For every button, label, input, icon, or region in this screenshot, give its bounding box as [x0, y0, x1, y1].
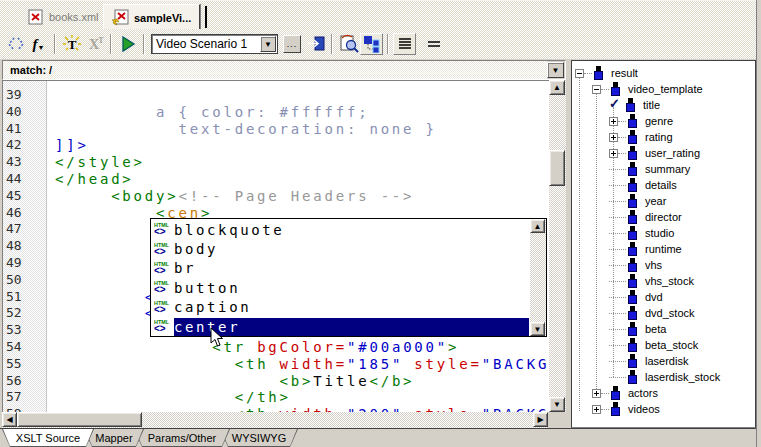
preview-icon[interactable] [337, 33, 360, 55]
element-node-icon [626, 242, 639, 257]
tree-node-rating[interactable]: rating [572, 129, 755, 145]
popup-scrollbar[interactable]: ▲ ▼ [530, 219, 546, 336]
scenario-more-button[interactable]: ... [283, 35, 301, 53]
tree-node-videos[interactable]: videos [572, 401, 755, 417]
tree-node-genre[interactable]: genre [572, 113, 755, 129]
element-node-icon [626, 370, 639, 385]
tree-node-studio[interactable]: studio [572, 225, 755, 241]
autocomplete-item-label: button [174, 279, 244, 297]
scenario-combo[interactable]: Video Scenario 1 ▼ [151, 34, 278, 54]
tree-node-director[interactable]: director [572, 209, 755, 225]
line-number: 44 [6, 171, 22, 188]
tree-node-label: studio [645, 227, 674, 239]
scenario-combo-arrow[interactable]: ▼ [260, 36, 276, 52]
code-token: </style> [55, 154, 145, 170]
schema-tree-panel[interactable]: resultvideo_template✓titlegenreratinguse… [571, 60, 756, 428]
tree-node-laserdisk_stock[interactable]: laserdisk_stock [572, 369, 755, 385]
view-tab-wysiwyg[interactable]: WYSIWYG [220, 429, 298, 447]
tab-label: WYSIWYG [221, 429, 297, 446]
code-token: text-decoration: none } [179, 121, 437, 137]
autocomplete-item-br[interactable]: HTML<>br [152, 259, 529, 278]
autocomplete-item-button[interactable]: HTML<>button [152, 278, 529, 297]
element-node-icon [626, 162, 639, 177]
window-edge [756, 0, 761, 447]
editor-horizontal-scrollbar[interactable]: ◀ ▶ [2, 412, 548, 428]
collapse-icon[interactable] [575, 69, 584, 78]
main-toolbar: f ▼ T X T Video Scenario 1 ▼ . [0, 29, 761, 59]
autocomplete-item-body[interactable]: HTML<>body [152, 239, 529, 258]
tree-connector [609, 233, 626, 234]
element-node-icon [624, 98, 637, 113]
tree-connector [609, 217, 626, 218]
scroll-thumb[interactable] [17, 412, 142, 427]
tree-node-result[interactable]: result [572, 65, 755, 81]
function-icon[interactable]: f ▼ [27, 33, 50, 55]
autocomplete-item-label: br [174, 259, 200, 277]
autocomplete-popup: HTML<>blockquoteHTML<>bodyHTML<>brHTML<>… [150, 218, 547, 337]
expand-icon[interactable] [609, 133, 618, 142]
run-icon[interactable] [116, 33, 139, 55]
match-combo[interactable]: match: / [3, 61, 547, 79]
tree-node-beta[interactable]: beta [572, 321, 755, 337]
view-tabbar: XSLT SourceMapperParams/OtherWYSIWYG [0, 428, 761, 447]
element-node-icon [626, 146, 639, 161]
scroll-down-button[interactable]: ▼ [530, 322, 545, 336]
align-lines-icon[interactable] [393, 33, 416, 55]
line-number: 50 [6, 272, 22, 289]
tree-node-year[interactable]: year [572, 193, 755, 209]
scroll-down-button[interactable]: ▼ [549, 397, 565, 412]
line-number: 53 [6, 322, 22, 339]
tree-node-summary[interactable]: summary [572, 161, 755, 177]
element-node-icon [609, 82, 622, 97]
expand-icon[interactable] [609, 149, 618, 158]
tree-node-label: rating [645, 131, 673, 143]
code-line: <tr bgColor="#00a000"> [55, 339, 459, 356]
tab-sample-video[interactable]: sampleVi... [103, 4, 200, 30]
view-tab-xslt-source[interactable]: XSLT Source [2, 429, 94, 447]
expand-icon[interactable] [609, 117, 618, 126]
element-node-icon [626, 130, 639, 145]
expand-icon[interactable] [592, 389, 601, 398]
scroll-thumb[interactable] [549, 150, 565, 186]
tree-node-vhs[interactable]: vhs [572, 257, 755, 273]
code-token: width= [280, 356, 347, 372]
autocomplete-item-blockquote[interactable]: HTML<>blockquote [152, 220, 529, 239]
tree-node-runtime[interactable]: runtime [572, 241, 755, 257]
open-output-icon[interactable] [304, 33, 327, 55]
tree-node-label: videos [628, 403, 660, 415]
tree-node-dvd_stock[interactable]: dvd_stock [572, 305, 755, 321]
tree-node-laserdisk[interactable]: laserdisk [572, 353, 755, 369]
tree-node-video_template[interactable]: video_template [572, 81, 755, 97]
whitespace-icon[interactable] [422, 33, 445, 55]
scroll-left-button[interactable]: ◀ [2, 412, 17, 427]
autocomplete-item-caption[interactable]: HTML<>caption [152, 298, 529, 317]
code-token: style= [414, 356, 481, 372]
tree-node-user_rating[interactable]: user_rating [572, 145, 755, 161]
text-highlight-icon[interactable]: T [60, 33, 83, 55]
scroll-up-button[interactable]: ▲ [549, 80, 565, 95]
tree-node-beta_stock[interactable]: beta_stock [572, 337, 755, 353]
scroll-up-button[interactable]: ▲ [530, 219, 545, 233]
tree-node-title[interactable]: ✓title [572, 97, 755, 113]
element-node-icon [609, 386, 622, 401]
tree-node-details[interactable]: details [572, 177, 755, 193]
expand-icon[interactable] [592, 405, 601, 414]
mapper-icon[interactable] [360, 33, 383, 55]
tree-node-label: result [611, 67, 638, 79]
tree-node-actors[interactable]: actors [572, 385, 755, 401]
code-token: "185" [347, 356, 403, 372]
code-line: <body><!-- Page Headers --> [55, 188, 414, 205]
view-tab-params-other[interactable]: Params/Other [134, 429, 230, 447]
remove-markup-icon[interactable]: X T [83, 33, 106, 55]
collapse-icon[interactable] [592, 85, 601, 94]
tree-connector [601, 393, 609, 394]
tree-node-vhs_stock[interactable]: vhs_stock [572, 273, 755, 289]
editor-vertical-scrollbar[interactable]: ▲ ▼ [549, 80, 566, 412]
tab-books-xml[interactable]: books.xml [20, 4, 107, 30]
match-combo-arrow[interactable]: ▼ [547, 62, 564, 78]
tree-node-dvd[interactable]: dvd [572, 289, 755, 305]
xml-markup-icon[interactable] [4, 33, 27, 55]
scroll-right-button[interactable]: ▶ [533, 412, 548, 427]
autocomplete-item-center[interactable]: HTML<>center [152, 317, 529, 336]
tree-connector [584, 73, 592, 74]
